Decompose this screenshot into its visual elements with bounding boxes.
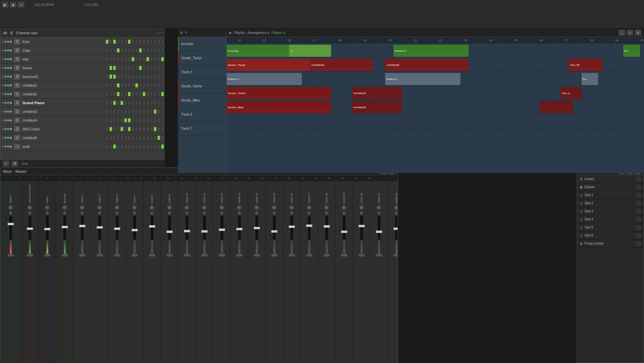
- minimize-btn[interactable]: _: [618, 30, 625, 36]
- mute-btn[interactable]: [394, 254, 398, 256]
- step-pad[interactable]: [113, 109, 116, 114]
- step-pad[interactable]: [124, 135, 127, 140]
- step-pad[interactable]: [131, 39, 135, 44]
- step-pad[interactable]: [109, 127, 112, 131]
- mute-btn[interactable]: [289, 254, 295, 256]
- step-pad[interactable]: [105, 39, 109, 44]
- mixer-fader-handle[interactable]: [184, 230, 190, 232]
- step-pad[interactable]: [117, 118, 120, 123]
- step-pad[interactable]: [131, 127, 135, 131]
- step-pad[interactable]: [124, 100, 127, 105]
- playlist-clip[interactable]: »Un..d: [560, 87, 581, 99]
- step-pad[interactable]: [161, 118, 164, 123]
- step-pad[interactable]: [150, 144, 153, 149]
- mixer-fader-handle[interactable]: [167, 231, 173, 233]
- channel-row[interactable]: 3 Kick: [0, 37, 164, 46]
- step-pad[interactable]: [120, 66, 124, 70]
- step-pad[interactable]: [153, 100, 157, 105]
- step-pad[interactable]: [124, 57, 127, 62]
- step-pad[interactable]: [161, 144, 164, 149]
- step-pad[interactable]: [135, 83, 138, 88]
- mute-btn[interactable]: [219, 254, 225, 256]
- step-pad[interactable]: [120, 127, 124, 131]
- step-pad[interactable]: [105, 92, 109, 96]
- step-pad[interactable]: [161, 66, 164, 70]
- step-pad[interactable]: [124, 109, 127, 114]
- pan-knob[interactable]: [360, 211, 364, 215]
- mixer-fader-handle[interactable]: [27, 228, 33, 230]
- mixer-fader-handle[interactable]: [236, 228, 242, 230]
- pan-knob[interactable]: [202, 211, 206, 215]
- channel-settings-btn[interactable]: ⚙: [11, 161, 18, 167]
- mixer-channel[interactable]: Accomp: [56, 182, 74, 363]
- track-lane[interactable]: Vocals_Tianyi»Untitled2»Untitled5»Un..45: [227, 58, 644, 72]
- plugin-power-btn[interactable]: [636, 233, 641, 238]
- step-pad[interactable]: [153, 92, 157, 96]
- step-pad[interactable]: [105, 83, 109, 88]
- step-pad[interactable]: [113, 144, 116, 149]
- channel-row[interactable]: 1 Untitled5: [0, 133, 164, 142]
- step-pad[interactable]: [131, 92, 135, 96]
- step-pad[interactable]: [142, 57, 146, 62]
- mixer-channel[interactable]: Insert 19: [335, 182, 353, 363]
- step-pad[interactable]: [131, 109, 135, 114]
- step-pad[interactable]: [157, 127, 160, 131]
- step-pad[interactable]: [117, 48, 120, 53]
- step-pad[interactable]: [131, 135, 135, 140]
- step-pad[interactable]: [135, 100, 138, 105]
- step-pad[interactable]: [128, 127, 131, 131]
- mute-btn[interactable]: [201, 254, 208, 256]
- step-pad[interactable]: [139, 118, 142, 123]
- eq-knob[interactable]: [307, 205, 312, 210]
- step-pad[interactable]: [139, 92, 142, 96]
- step-pad[interactable]: [139, 144, 142, 149]
- track-lane[interactable]: Pattern 1Pattern 1Pa...: [227, 72, 644, 86]
- step-pad[interactable]: [157, 92, 160, 96]
- step-pad[interactable]: [157, 83, 160, 88]
- step-pad[interactable]: [120, 144, 124, 149]
- mute-btn[interactable]: [359, 254, 365, 256]
- pan-knob[interactable]: [63, 211, 67, 215]
- step-pad[interactable]: [139, 127, 142, 131]
- mixer-channel[interactable]: Insert 8: [143, 182, 161, 363]
- step-pad[interactable]: [161, 100, 164, 105]
- step-pad[interactable]: [150, 100, 153, 105]
- pan-knob[interactable]: [150, 211, 154, 215]
- step-pad[interactable]: [146, 66, 149, 70]
- plugin-power-btn[interactable]: [636, 209, 641, 214]
- step-pad[interactable]: [105, 144, 109, 149]
- pan-knob[interactable]: [168, 211, 172, 215]
- step-pad[interactable]: [153, 83, 157, 88]
- step-pad[interactable]: [146, 48, 149, 53]
- step-pad[interactable]: [113, 57, 116, 62]
- step-pad[interactable]: [117, 127, 120, 131]
- step-pad[interactable]: [128, 92, 131, 96]
- step-pad[interactable]: [124, 39, 127, 44]
- step-pad[interactable]: [135, 118, 138, 123]
- step-pad[interactable]: [109, 135, 112, 140]
- step-pad[interactable]: [150, 92, 153, 96]
- track-lane[interactable]: [227, 114, 644, 128]
- mixer-fader-handle[interactable]: [79, 225, 85, 227]
- eq-knob[interactable]: [359, 205, 364, 210]
- mixer-fader-handle[interactable]: [394, 228, 398, 230]
- step-pad[interactable]: [105, 109, 109, 114]
- step-pad[interactable]: [131, 66, 135, 70]
- close-btn[interactable]: ✕: [635, 30, 641, 36]
- step-pad[interactable]: [161, 127, 164, 131]
- eq-knob[interactable]: [394, 205, 398, 210]
- step-pad[interactable]: [139, 83, 142, 88]
- step-pad[interactable]: [161, 48, 164, 53]
- step-pad[interactable]: [105, 100, 109, 105]
- step-pad[interactable]: [128, 48, 131, 53]
- mute-btn[interactable]: [8, 254, 14, 256]
- step-pad[interactable]: [161, 109, 164, 114]
- mixer-channel[interactable]: Insert 17: [301, 182, 318, 363]
- playlist-clip[interactable]: Vocals_Yanhe: [227, 87, 331, 99]
- playlist-clip[interactable]: Pattern 3: [394, 45, 469, 57]
- plugin-power-btn[interactable]: [636, 201, 641, 206]
- step-pad[interactable]: [117, 100, 120, 105]
- mixer-fader-handle[interactable]: [201, 230, 208, 233]
- step-pad[interactable]: [113, 127, 116, 131]
- mute-btn[interactable]: [62, 254, 68, 256]
